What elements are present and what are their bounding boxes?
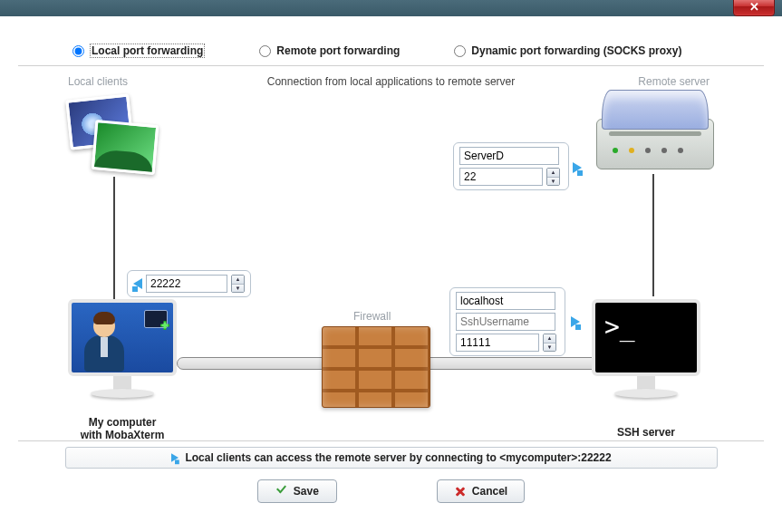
arrow-left-icon (133, 278, 142, 289)
remote-server-label: Remote server (638, 75, 710, 88)
x-icon (454, 485, 467, 498)
photo-icon (92, 120, 159, 175)
cancel-button-label: Cancel (472, 485, 507, 498)
local-port-input[interactable] (146, 275, 227, 293)
terminal-prompt-icon: >_ (604, 312, 635, 342)
mobaxterm-badge-icon (144, 310, 168, 328)
step-down-icon[interactable]: ▼ (544, 343, 555, 352)
button-row: Save Cancel (18, 479, 764, 503)
radio-dynamic-forwarding[interactable]: Dynamic port forwarding (SOCKS proxy) (454, 44, 681, 57)
ssh-username-input[interactable] (456, 313, 555, 331)
diagram-area: Connection from local applications to re… (18, 70, 764, 441)
terminal-screen-icon: >_ (592, 299, 700, 376)
ssh-port-input[interactable] (456, 334, 539, 352)
remote-server-box: ▲ ▼ (453, 142, 569, 190)
connection-description: Connection from local applications to re… (267, 75, 515, 88)
radio-remote-label: Remote port forwarding (276, 44, 400, 57)
radio-dynamic-label: Dynamic port forwarding (SOCKS proxy) (471, 44, 681, 57)
forwarding-type-radios: Local port forwarding Remote port forwar… (18, 34, 764, 66)
save-button-label: Save (294, 485, 319, 498)
remote-port-stepper[interactable]: ▲ ▼ (546, 168, 560, 186)
ssh-host-input[interactable] (456, 292, 555, 310)
arrow-right-icon (171, 453, 179, 462)
my-computer-caption-line1: My computer (89, 416, 157, 429)
step-up-icon[interactable]: ▲ (544, 334, 555, 343)
step-up-icon[interactable]: ▲ (547, 169, 559, 178)
radio-remote-input[interactable] (259, 45, 271, 57)
step-down-icon[interactable]: ▼ (547, 178, 559, 186)
ssh-server-caption: SSH server (592, 426, 700, 439)
connector-line (113, 177, 115, 302)
radio-local-input[interactable] (72, 45, 84, 57)
connector-line (652, 174, 654, 296)
local-clients-icon (68, 97, 159, 179)
arrow-right-icon (571, 316, 580, 327)
monitor-screen-icon (68, 299, 177, 376)
radio-local-forwarding[interactable]: Local port forwarding (72, 44, 205, 58)
my-computer-caption: My computer with MobaXterm (68, 416, 177, 441)
dialog-body: Local port forwarding Remote port forwar… (0, 16, 782, 514)
close-icon: ✕ (749, 0, 759, 14)
remote-host-input[interactable] (459, 147, 559, 165)
radio-dynamic-input[interactable] (454, 45, 466, 57)
remote-port-input[interactable] (459, 168, 543, 186)
ssh-server-box: ▲ ▼ (449, 287, 565, 356)
my-computer-caption-line2: with MobaXterm (81, 429, 165, 441)
local-port-box: ▲ ▼ (127, 270, 251, 297)
close-button[interactable]: ✕ (733, 0, 775, 16)
radio-local-label: Local port forwarding (90, 44, 205, 58)
check-icon (275, 485, 288, 498)
firewall-icon (322, 326, 430, 408)
hint-text: Local clients can access the remote serv… (185, 451, 611, 464)
my-computer-icon (68, 299, 177, 398)
radio-remote-forwarding[interactable]: Remote port forwarding (259, 44, 400, 57)
remote-server-icon (596, 90, 714, 173)
firewall-label: Firewall (353, 310, 391, 323)
ssh-server-icon: >_ (592, 299, 700, 398)
titlebar: ✕ (0, 0, 782, 16)
save-button[interactable]: Save (257, 479, 337, 503)
cancel-button[interactable]: Cancel (437, 479, 525, 503)
local-port-stepper[interactable]: ▲ ▼ (231, 275, 245, 293)
step-down-icon[interactable]: ▼ (232, 285, 244, 293)
hint-bar: Local clients can access the remote serv… (65, 447, 718, 469)
arrow-right-icon (573, 162, 582, 173)
step-up-icon[interactable]: ▲ (232, 276, 244, 285)
ssh-port-stepper[interactable]: ▲ ▼ (543, 334, 556, 352)
local-clients-label: Local clients (68, 75, 128, 88)
